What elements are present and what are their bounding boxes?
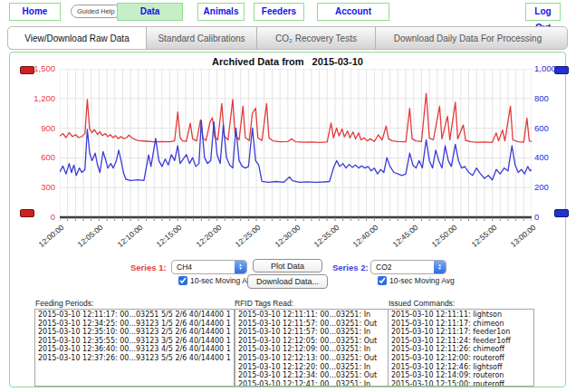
y-right-tick-label: 600 <box>534 123 549 133</box>
guided-help-button[interactable]: Guided Help <box>71 5 121 18</box>
series1-selected-value: CH4 <box>172 263 235 272</box>
x-tick-label: 12:20:00 <box>187 223 223 255</box>
y-right-tick-label: 400 <box>534 152 549 162</box>
nav-animals[interactable]: Animals <box>197 3 245 21</box>
list-row: 2015-03-10 12:12:05: 00...03251: Out <box>238 337 392 346</box>
list-row: 2015-03-10 12:14:09: routeron <box>391 371 533 380</box>
list-row: 2015-03-10 12:11:17: 00...03251 5/5 2/6 … <box>38 311 234 320</box>
x-tick-label: 12:10:00 <box>108 223 144 255</box>
download-data-button[interactable]: Download Data... <box>247 274 328 289</box>
series1-label: Series 1: <box>130 263 167 272</box>
left-axis-labels: 1,5001,2009006003000 <box>14 53 55 234</box>
x-tick-label: 12:55:00 <box>462 223 498 255</box>
list-row: 2015-03-10 12:36:40: 00...93123 4/5 2/6 … <box>38 345 234 354</box>
nav-account[interactable]: Account <box>317 3 389 21</box>
y-left-tick-label: 900 <box>41 123 55 133</box>
issued-commands-title: Issued Commands: <box>389 299 455 308</box>
feeding-periods-list[interactable]: 2015-03-10 12:11:17: 00...03251 5/5 2/6 … <box>34 309 235 387</box>
list-row: 2015-03-10 12:11:57: 00...03251: In <box>238 328 392 337</box>
y-left-tick-label: 0 <box>51 212 55 222</box>
issued-commands-list[interactable]: 2015-03-10 12:11:11: lightson2015-03-10 … <box>388 309 534 387</box>
x-tick-label: 12:50:00 <box>422 223 458 255</box>
y-right-tick-label: 200 <box>534 182 549 192</box>
series2-selected-value: CO2 <box>371 263 434 272</box>
select-stepper-icon: ▲▼ <box>235 261 246 273</box>
y-left-tick-label: 1,200 <box>34 93 55 103</box>
list-row: 2015-03-10 12:12:00: routeroff <box>391 354 533 363</box>
y-left-tick-label: 600 <box>41 152 55 162</box>
series1-moving-avg-row: 10-sec Moving Avg <box>178 276 255 285</box>
list-row: 2015-03-10 12:35:55: 00...93123 3/5 2/6 … <box>38 337 234 346</box>
list-row: 2015-03-10 12:34:25: 00...93123 1/5 2/6 … <box>38 320 234 329</box>
y-right-tick-label: 0 <box>534 212 539 222</box>
list-row: 2015-03-10 12:11:26: chimeoff <box>391 345 533 354</box>
y-right-tick-label: 800 <box>534 93 549 103</box>
nav-feeders[interactable]: Feeders <box>254 3 304 21</box>
x-tick-label: 12:30:00 <box>265 223 302 255</box>
x-tick-label: 12:05:00 <box>69 223 105 255</box>
series1-moving-avg-label: 10-sec Moving Avg <box>190 276 255 285</box>
tab-standard-calibrations[interactable]: Standard Calibrations <box>147 27 257 49</box>
chart-title: Archived Data from2015-03-10 <box>10 56 565 67</box>
list-row: 2015-03-10 12:12:20: 00...03251: In <box>238 363 392 372</box>
x-tick-label: 12:45:00 <box>383 223 419 255</box>
list-row: 2015-03-10 12:12:34: 00...03251: Out <box>238 371 392 380</box>
list-row: 2015-03-10 12:11:57: 00...03251: Out <box>238 320 392 329</box>
select-stepper-icon: ▲▼ <box>434 261 446 273</box>
nav-logout[interactable]: Log Out <box>525 3 561 21</box>
list-row: 2015-03-10 12:12:13: 00...03251: Out <box>238 354 392 363</box>
list-row: 2015-03-10 12:12:09: 00...03251: In <box>238 345 392 354</box>
plot-area <box>60 69 532 223</box>
feeding-periods-title: Feeding Periods: <box>35 299 93 308</box>
rfid-tags-title: RFID Tags Read: <box>235 299 293 308</box>
timeseries-chart <box>60 69 532 223</box>
list-row: 2015-03-10 12:12:46: lightsoff <box>391 363 533 372</box>
list-row: 2015-03-10 12:15:00: routeroff <box>391 380 533 387</box>
list-row: 2015-03-10 12:11:17: chimeon <box>391 320 533 329</box>
list-row: 2015-03-10 12:11:24: feeder1off <box>391 337 533 346</box>
series2-label: Series 2: <box>332 263 369 272</box>
x-tick-label: 12:25:00 <box>226 223 262 255</box>
series1-moving-avg-checkbox[interactable] <box>178 276 187 285</box>
series2-select[interactable]: CO2 ▲▼ <box>370 260 446 274</box>
x-tick-label: 12:35:00 <box>304 223 341 255</box>
tab-view-download-raw-data[interactable]: View/Download Raw Data <box>8 27 147 49</box>
list-row: 2015-03-10 12:11:17: feeder1on <box>391 328 533 337</box>
y-left-tick-label: 300 <box>41 182 55 192</box>
x-tick-label: 13:00:00 <box>501 223 537 255</box>
raw-data-panel: Archived Data from2015-03-10 1,5001,2009… <box>9 52 566 387</box>
tab-download-daily-data[interactable]: Download Daily Data For Processing <box>376 27 560 49</box>
list-row: 2015-03-10 12:37:26: 00...93123 5/5 2/6 … <box>38 354 234 363</box>
series2-moving-avg-row: 10-sec Moving Avg <box>378 276 455 285</box>
nav-data[interactable]: Data <box>117 3 183 21</box>
data-section-tabbar: View/Download Raw Data Standard Calibrat… <box>7 26 568 50</box>
y-right-tick-label: 1,000 <box>534 63 556 73</box>
list-row: 2015-03-10 12:11:11: lightson <box>391 311 533 320</box>
right-axis-labels: 1,0008006004002000 <box>534 53 565 234</box>
list-row: 2015-03-10 12:11:11: 00...03251: In <box>238 311 392 320</box>
x-tick-label: 12:15:00 <box>148 223 184 255</box>
nav-home[interactable]: Home <box>9 3 61 21</box>
series2-moving-avg-checkbox[interactable] <box>378 276 387 285</box>
series1-select[interactable]: CH4 ▲▼ <box>171 260 247 274</box>
tab-co2-recovery-tests[interactable]: CO₂ Recovery Tests <box>257 27 376 49</box>
plot-data-button[interactable]: Plot Data <box>253 259 322 272</box>
rfid-tags-list[interactable]: 2015-03-10 12:11:11: 00...03251: In2015-… <box>235 309 393 387</box>
y-left-tick-label: 1,500 <box>34 63 55 73</box>
x-tick-label: 12:40:00 <box>344 223 380 255</box>
series2-moving-avg-label: 10-sec Moving Avg <box>389 276 455 285</box>
list-row: 2015-03-10 12:12:41: 00...03251: In <box>238 380 392 387</box>
list-row: 2015-03-10 12:35:10: 00...93123 2/5 2/6 … <box>38 328 234 337</box>
